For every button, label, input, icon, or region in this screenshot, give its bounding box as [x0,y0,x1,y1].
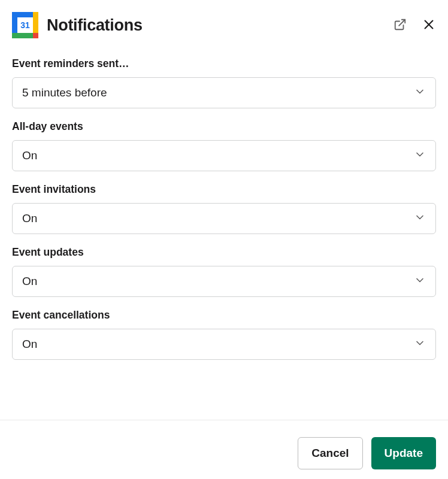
open-external-button[interactable] [393,18,407,32]
field-event-reminders: Event reminders sent… 5 minutes before [12,57,436,108]
field-label: All-day events [12,120,436,133]
google-calendar-icon: 31 [12,12,38,38]
select-value: On [22,212,37,225]
field-all-day-events: All-day events On [12,120,436,171]
select-event-cancellations[interactable]: On [12,329,436,360]
footer-divider [0,420,448,420]
field-event-invitations: Event invitations On [12,183,436,234]
update-button[interactable]: Update [371,437,436,469]
select-event-invitations[interactable]: On [12,203,436,234]
field-label: Event invitations [12,183,436,196]
field-event-cancellations: Event cancellations On [12,309,436,360]
select-event-updates[interactable]: On [12,266,436,297]
chevron-down-icon [414,274,426,289]
chevron-down-icon [414,337,426,352]
chevron-down-icon [414,211,426,226]
close-icon [422,18,435,33]
select-value: On [22,275,37,288]
close-button[interactable] [422,18,436,32]
field-label: Event cancellations [12,309,436,322]
svg-rect-5 [33,33,38,38]
svg-text:31: 31 [20,20,30,30]
field-event-updates: Event updates On [12,246,436,297]
chevron-down-icon [414,86,426,101]
header-actions [393,18,436,32]
modal-footer: Cancel Update [298,437,436,469]
modal-content: Event reminders sent… 5 minutes before A… [0,50,448,360]
modal-title: Notifications [47,16,385,35]
field-label: Event reminders sent… [12,57,436,70]
cancel-button[interactable]: Cancel [298,437,362,469]
select-event-reminders[interactable]: 5 minutes before [12,77,436,108]
select-all-day-events[interactable]: On [12,140,436,171]
open-external-icon [393,18,407,33]
select-value: On [22,338,37,351]
select-value: On [22,149,37,162]
svg-line-8 [399,19,405,25]
chevron-down-icon [414,148,426,163]
select-value: 5 minutes before [22,86,107,99]
field-label: Event updates [12,246,436,259]
modal-header: 31 Notifications [0,0,448,50]
